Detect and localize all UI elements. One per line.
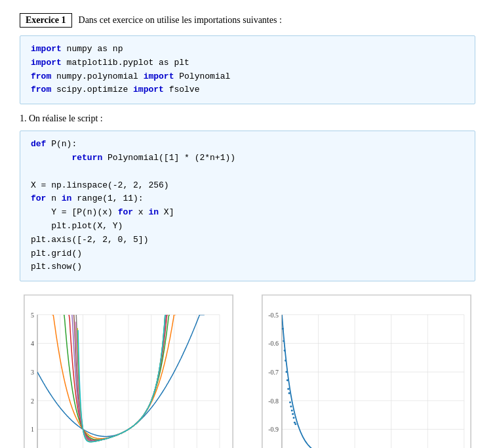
svg-point-72 bbox=[291, 410, 293, 412]
svg-text:-0.5: -0.5 bbox=[268, 312, 279, 319]
script-line-blank bbox=[31, 165, 464, 179]
svg-point-74 bbox=[292, 417, 294, 419]
import-line-3: from numpy.polynomial import Polynomial bbox=[31, 70, 464, 84]
figure2-container: 0 100 200 300 400 500 -0.5 -0.6 -0.7 -0.… bbox=[258, 295, 476, 448]
svg-point-73 bbox=[292, 413, 294, 415]
svg-point-71 bbox=[290, 405, 292, 407]
svg-text:-0.7: -0.7 bbox=[268, 369, 279, 376]
svg-text:3: 3 bbox=[31, 369, 34, 376]
section1-label: 1. On réalise le script : bbox=[20, 113, 475, 124]
svg-text:-0.6: -0.6 bbox=[268, 340, 279, 348]
script-line-8: plt.grid() bbox=[31, 247, 464, 261]
svg-point-70 bbox=[289, 401, 291, 403]
figure2-chart: 0 100 200 300 400 500 -0.5 -0.6 -0.7 -0.… bbox=[262, 295, 471, 448]
import-line-2: import matplotlib.pyplot as plt bbox=[31, 56, 464, 70]
import-line-4: from scipy.optimize import fsolve bbox=[31, 83, 464, 97]
figure1-chart: -2.0 -1.5 -1.0 -0.5 0.0 0.5 1.0 1.5 2.0 … bbox=[24, 295, 233, 448]
script-code-block: def P(n): return Polynomial([1] * (2*n+1… bbox=[20, 131, 475, 281]
exercise-header: Exercice 1 Dans cet exercice on utilise … bbox=[20, 13, 475, 28]
svg-point-68 bbox=[287, 388, 289, 390]
svg-text:4: 4 bbox=[31, 340, 34, 348]
svg-text:1: 1 bbox=[31, 426, 34, 434]
script-line-7: plt.axis([-2, 2, 0, 5]) bbox=[31, 234, 464, 247]
exercise-badge: Exercice 1 bbox=[20, 13, 72, 28]
figures-row: -2.0 -1.5 -1.0 -0.5 0.0 0.5 1.0 1.5 2.0 … bbox=[20, 295, 475, 448]
script-line-9: plt.show() bbox=[31, 260, 464, 274]
svg-text:2: 2 bbox=[31, 397, 34, 405]
exercise-description: Dans cet exercice on utilise les importa… bbox=[79, 15, 282, 26]
script-line-5: Y = [P(n)(x) for x in X] bbox=[31, 206, 464, 220]
svg-text:5: 5 bbox=[31, 312, 34, 319]
svg-rect-34 bbox=[262, 295, 471, 448]
svg-point-76 bbox=[294, 423, 296, 425]
script-line-4: for n in range(1, 11): bbox=[31, 192, 464, 206]
svg-point-69 bbox=[288, 392, 290, 394]
script-line-6: plt.plot(X, Y) bbox=[31, 220, 464, 234]
script-line-1: def P(n): bbox=[31, 138, 464, 152]
figure1-container: -2.0 -1.5 -1.0 -0.5 0.0 0.5 1.0 1.5 2.0 … bbox=[20, 295, 238, 448]
svg-text:-0.9: -0.9 bbox=[268, 426, 279, 434]
script-line-2: return Polynomial([1] * (2*n+1)) bbox=[31, 152, 464, 165]
import-line-1: import numpy as np bbox=[31, 43, 464, 56]
svg-text:-0.8: -0.8 bbox=[268, 397, 279, 405]
imports-code-block: import numpy as np import matplotlib.pyp… bbox=[20, 35, 475, 104]
script-line-3: X = np.linspace(-2, 2, 256) bbox=[31, 179, 464, 193]
